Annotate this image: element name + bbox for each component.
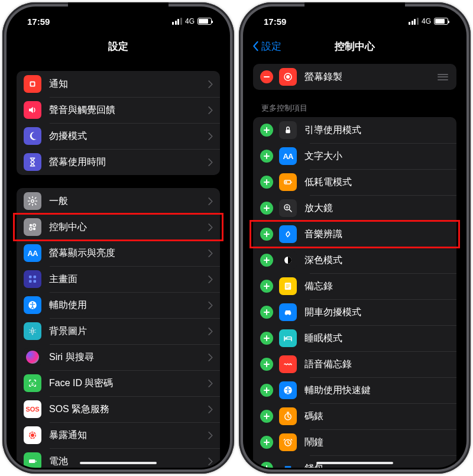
page-title: 控制中心 [335, 40, 375, 53]
notch [68, 2, 169, 19]
more-row-notes[interactable]: 備忘錄 [253, 273, 456, 299]
hourglass-icon [24, 153, 41, 171]
add-button[interactable] [260, 280, 273, 293]
row-label: 輔助使用快速鍵 [297, 384, 449, 397]
settings-row-grid[interactable]: 主畫面 [17, 266, 220, 292]
settings-row-wallpaper[interactable]: 背景圖片 [17, 318, 220, 344]
more-row-magnifier[interactable]: 放大鏡 [253, 195, 456, 221]
more-row-car[interactable]: 開車勿擾模式 [253, 299, 456, 325]
chevron-right-icon [208, 406, 213, 413]
row-label: 碼錶 [297, 410, 449, 423]
network-label: 4G [422, 17, 431, 25]
settings-row-faceid[interactable]: Face ID 與密碼 [17, 370, 220, 396]
more-row-bed[interactable]: 睡眠模式 [253, 325, 456, 351]
row-label: 引導使用模式 [297, 124, 449, 137]
home-indicator[interactable] [80, 462, 157, 465]
svg-point-27 [284, 230, 293, 239]
add-button[interactable] [260, 410, 273, 423]
chevron-left-icon [252, 41, 259, 51]
home-indicator[interactable] [316, 462, 393, 465]
settings-row-battery[interactable]: 電池 [17, 448, 220, 468]
control-center-scroll[interactable]: 螢幕錄製 更多控制項目 引導使用模式 AA 文字大小 低耗電模式 放大鏡 音樂辨… [245, 58, 465, 468]
svg-rect-18 [29, 459, 35, 463]
add-button[interactable] [260, 384, 273, 397]
row-label: 低耗電模式 [297, 176, 449, 189]
lock-icon [279, 121, 297, 139]
drag-handle-icon[interactable] [436, 74, 449, 80]
settings-row-siri[interactable]: Siri 與搜尋 [17, 344, 220, 370]
svg-point-5 [30, 228, 33, 231]
settings-row-moon[interactable]: 勿擾模式 [17, 123, 220, 149]
row-label: Siri 與搜尋 [41, 351, 208, 364]
row-label: 放大鏡 [297, 202, 449, 215]
row-label: 深色模式 [297, 254, 449, 267]
status-right: 4G [172, 17, 212, 25]
svg-point-16 [31, 433, 34, 437]
settings-row-gear[interactable]: 一般 [17, 188, 220, 214]
settings-row-hourglass[interactable]: 螢幕使用時間 [17, 149, 220, 175]
chevron-right-icon [208, 250, 213, 257]
settings-row-speaker[interactable]: 聲音與觸覺回饋 [17, 97, 220, 123]
add-button[interactable] [260, 254, 273, 267]
svg-point-3 [30, 224, 33, 227]
settings-row-exposure[interactable]: 暴露通知 [17, 422, 220, 448]
settings-row-switches[interactable]: 控制中心 [17, 214, 220, 240]
battery-icon [434, 18, 448, 25]
back-button[interactable]: 設定 [252, 40, 281, 53]
settings-scroll[interactable]: 通知 聲音與觸覺回饋 勿擾模式 螢幕使用時間 一般 控制中心 [8, 58, 228, 468]
add-button[interactable] [260, 124, 273, 137]
settings-row-bell[interactable]: 通知 [17, 71, 220, 97]
more-row-aa[interactable]: AA 文字大小 [253, 143, 456, 169]
add-button[interactable] [260, 150, 273, 163]
aa-icon: AA [279, 147, 297, 165]
more-row-accessibility[interactable]: 輔助使用快速鍵 [253, 377, 456, 403]
more-row-voicememo[interactable]: 語音備忘錄 [253, 351, 456, 377]
remove-button[interactable] [260, 70, 273, 83]
phone-right: 17:59 4G 設定 控制中心 螢幕錄製 更多控制項目 引導使用模式 [239, 2, 471, 474]
settings-group: 一般 控制中心 AA 螢幕顯示與亮度 主畫面 輔助使用 背景圖片 [17, 188, 220, 468]
more-row-alarm[interactable]: 鬧鐘 [253, 429, 456, 455]
svg-rect-9 [29, 280, 32, 283]
add-button[interactable] [260, 228, 273, 241]
settings-row-sos[interactable]: SOS SOS 緊急服務 [17, 396, 220, 422]
included-row-record[interactable]: 螢幕錄製 [253, 64, 456, 90]
siri-icon [24, 348, 41, 366]
add-button[interactable] [260, 306, 273, 319]
add-button[interactable] [260, 358, 273, 371]
add-button[interactable] [260, 462, 273, 468]
back-label: 設定 [261, 40, 281, 53]
chevron-right-icon [208, 380, 213, 387]
row-label: 暴露通知 [41, 429, 208, 442]
chevron-right-icon [208, 106, 213, 114]
signal-icon [172, 18, 182, 25]
settings-row-accessibility[interactable]: 輔助使用 [17, 292, 220, 318]
svg-point-34 [287, 387, 289, 388]
row-label: 螢幕錄製 [297, 71, 436, 83]
settings-group: 通知 聲音與觸覺回饋 勿擾模式 螢幕使用時間 [17, 71, 220, 175]
add-button[interactable] [260, 176, 273, 189]
record-icon [279, 68, 297, 86]
row-label: 語音備忘錄 [297, 358, 449, 371]
page-title: 設定 [108, 40, 128, 53]
more-row-shazam[interactable]: 音樂辨識 [253, 221, 456, 247]
svg-rect-38 [285, 466, 291, 468]
more-row-battery-low[interactable]: 低耗電模式 [253, 169, 456, 195]
add-button[interactable] [260, 202, 273, 215]
chevron-right-icon [208, 80, 213, 88]
nav-bar: 設定 控制中心 [245, 34, 465, 58]
screen-left: 17:59 4G 設定 通知 聲音與觸覺回饋 勿擾模式 [8, 8, 228, 468]
svg-point-30 [286, 314, 287, 315]
more-row-darkmode[interactable]: 深色模式 [253, 247, 456, 273]
add-button[interactable] [260, 332, 273, 345]
svg-point-14 [31, 383, 31, 383]
more-row-lock[interactable]: 引導使用模式 [253, 117, 456, 143]
svg-rect-8 [34, 276, 37, 279]
row-label: 螢幕顯示與亮度 [41, 247, 208, 260]
more-row-stopwatch[interactable]: 碼錶 [253, 403, 456, 429]
add-button[interactable] [260, 436, 273, 449]
status-time: 17:59 [264, 17, 286, 27]
chevron-right-icon [208, 432, 213, 439]
svg-rect-1 [31, 82, 34, 85]
settings-row-aa[interactable]: AA 螢幕顯示與亮度 [17, 240, 220, 266]
nav-bar: 設定 [8, 34, 228, 58]
